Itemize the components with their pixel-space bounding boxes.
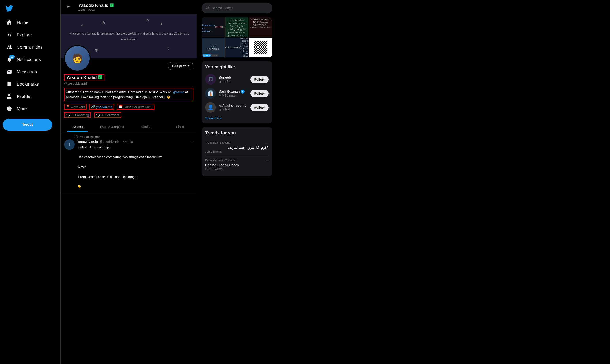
trend-image-profile: ManiNekkalapudi Highlight Develo (202, 38, 224, 57)
azure-link[interactable]: @azure (173, 90, 184, 94)
website-link[interactable]: yasoob.me (96, 105, 112, 109)
calendar-icon: 📅 (119, 105, 123, 109)
follow-button-mark[interactable]: Follow (250, 90, 269, 97)
trend-category: Trending in Pakistan (205, 141, 231, 144)
retweet-label-text: You Retweeted (80, 135, 100, 138)
website-meta: 🔗 yasoob.me (89, 104, 114, 110)
following-label: Following (75, 113, 89, 117)
sidebar-item-explore[interactable]: Explore (3, 29, 58, 40)
tab-tweets[interactable]: Tweets (61, 121, 95, 132)
tweet-more-button[interactable]: ··· (190, 139, 194, 144)
followers-stat[interactable]: 1,268 Followers (94, 112, 121, 118)
header-name-text: Yasoob Khalid (78, 3, 109, 8)
location-icon: 📍 (66, 105, 70, 109)
suggest-info: Rafaeel Chaudhry @colraf (218, 104, 248, 111)
person-icon (6, 93, 12, 100)
profile-handle: @yasoobkhalid (64, 81, 194, 85)
suggest-name: Muneeb (218, 76, 248, 79)
you-might-like-section: You might like 🎵 Muneeb @neebz Follow 👔 … (202, 61, 272, 123)
profile-info-section: Yasoob Khalid 🅰 @yasoobkhalid Authored 2… (61, 72, 197, 118)
profile-meta: 📍 New York 🔗 yasoob.me 📅 Joined August 2… (64, 104, 194, 110)
right-sidebar: from importlib.metadata import vo ction(… (197, 0, 277, 364)
suggest-handle: @colraf (218, 107, 248, 111)
main-content: Yasoob Khalid 🅰 1,051 Tweets ⊙ ✦ ✿ ❋ ☽ ⊗… (61, 0, 197, 364)
followers-label: Followers (105, 113, 119, 117)
twitter-logo[interactable] (3, 2, 16, 16)
hash-icon (6, 32, 12, 38)
following-count: 1,205 (66, 113, 74, 117)
trend-name: #قوم_کا_بیرو_ارشد_شریف (205, 145, 269, 150)
profile-avatar: 🧑 (64, 45, 91, 72)
tweet-dot: · (121, 140, 122, 144)
profile-display-name: Yasoob Khalid (66, 75, 97, 80)
tweet-body: TestDriven.io @testdrivenio · Oct 15 ···… (77, 139, 194, 190)
trend-image-green: The post title is wayyy under lmao. Some… (225, 17, 248, 37)
suggest-info: Mark Suzman ✓ @MSuzman (218, 90, 248, 97)
sidebar-item-label: More (17, 106, 27, 111)
header-whatsapp-icon: 🅰 (110, 3, 113, 8)
suggest-avatar: 👔 (205, 88, 216, 99)
notification-badge: 12 (9, 55, 14, 59)
sidebar-item-bookmarks[interactable]: Bookmarks (3, 78, 58, 90)
suggest-info: Muneeb @neebz (218, 76, 248, 83)
profile-whatsapp-badge: 🅰 (98, 75, 102, 80)
tab-media[interactable]: Media (129, 121, 163, 132)
profile-stats: 1,205 Following 1,268 Followers (64, 112, 194, 118)
trend-name: Behind Closed Doors (205, 163, 269, 167)
tweet-button[interactable]: Tweet (3, 119, 52, 130)
sidebar: Home Explore Communities 12 Notification… (0, 0, 61, 364)
trend-image-red: Exposure to 835 MHz RF-EMF induces hyper… (249, 17, 272, 37)
tab-likes[interactable]: Likes (163, 121, 197, 132)
sidebar-item-label: Notifications (17, 57, 41, 62)
envelope-icon (6, 69, 12, 75)
sidebar-item-label: Bookmarks (17, 82, 39, 87)
sidebar-item-communities[interactable]: Communities (3, 41, 58, 53)
header-profile-name: Yasoob Khalid 🅰 (78, 3, 113, 8)
profile-avatar-area: 🧑 Edit profile (61, 45, 197, 72)
trending-images-grid: from importlib.metadata import vo ction(… (202, 17, 272, 57)
suggest-handle: @MSuzman (218, 93, 248, 97)
trend-more-button[interactable]: ··· (265, 140, 269, 145)
sidebar-item-profile[interactable]: Profile (3, 91, 58, 102)
trend-count: 275K Tweets (205, 150, 269, 153)
show-more-link[interactable]: Show more (205, 116, 269, 120)
tweet-time: Oct 15 (123, 140, 133, 143)
verified-icon: ✓ (241, 90, 245, 93)
profile-name-container: Yasoob Khalid 🅰 (64, 74, 104, 81)
trend-count: 30.1K Tweets (205, 167, 269, 170)
trends-title: Trends for you (205, 130, 269, 136)
tab-tweets-replies[interactable]: Tweets & replies (95, 121, 129, 132)
sidebar-item-notifications[interactable]: 12 Notifications (3, 54, 58, 65)
trend-more-button[interactable]: ··· (265, 158, 269, 163)
search-icon (205, 5, 209, 11)
suggest-avatar: 👤 (205, 102, 216, 113)
back-button[interactable] (64, 3, 72, 12)
trend-header: Trending in Pakistan ··· (205, 140, 269, 145)
sidebar-item-more[interactable]: More (3, 103, 58, 115)
sidebar-item-messages[interactable]: Messages (3, 66, 58, 78)
suggest-name: Rafaeel Chaudhry (218, 104, 248, 107)
link-icon: 🔗 (91, 105, 95, 109)
edit-profile-button[interactable]: Edit profile (168, 62, 194, 70)
sidebar-item-label: Communities (17, 45, 42, 50)
trend-header: Entertainment · Trending ··· (205, 158, 269, 163)
trend-image-achievement: Achievements You have a new badge!You co… (225, 38, 248, 57)
sidebar-item-home[interactable]: Home (3, 17, 58, 28)
follow-button-muneeb[interactable]: Follow (250, 76, 269, 83)
retweet-label: You Retweeted (64, 135, 194, 138)
joined-meta: 📅 Joined August 2011 (117, 104, 154, 110)
sidebar-item-label: Messages (17, 69, 37, 74)
header-tweet-count: 1,051 Tweets (78, 8, 113, 11)
tweet-item: You Retweeted T TestDriven.io @testdrive… (61, 132, 197, 192)
trend-image-qr (249, 38, 272, 57)
search-input[interactable] (212, 6, 268, 10)
tweet-list: You Retweeted T TestDriven.io @testdrive… (61, 132, 197, 192)
tweet-text: Python clean code tip: Use casefold when… (77, 145, 194, 190)
tweet-row: T TestDriven.io @testdrivenio · Oct 15 ·… (64, 139, 194, 190)
follow-button-rafaeel[interactable]: Follow (250, 104, 269, 111)
might-like-title: You might like (205, 65, 269, 70)
nav-menu: Home Explore Communities 12 Notification… (3, 17, 58, 115)
location-meta: 📍 New York (64, 104, 87, 110)
profile-tabs: Tweets Tweets & replies Media Likes (61, 121, 197, 132)
following-stat[interactable]: 1,205 Following (64, 112, 91, 118)
